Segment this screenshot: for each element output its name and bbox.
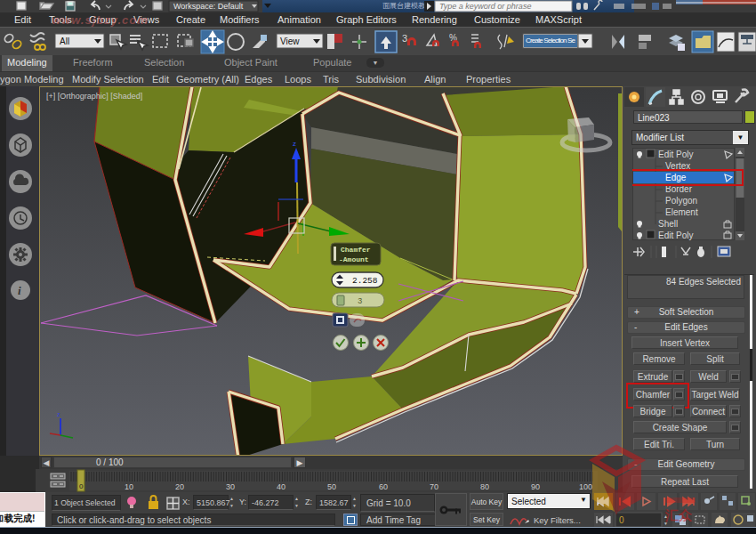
svg-text:Chamfer: Chamfer <box>341 246 371 254</box>
svg-text:All: All <box>60 36 69 46</box>
svg-text:-Amount: -Amount <box>339 255 369 263</box>
svg-text:Shell: Shell <box>658 219 678 229</box>
svg-text:Edit Poly: Edit Poly <box>658 231 693 240</box>
svg-text:3: 3 <box>402 33 407 44</box>
svg-text:90: 90 <box>531 482 540 491</box>
svg-text:60: 60 <box>379 482 388 491</box>
svg-text:70: 70 <box>430 482 438 491</box>
svg-text:40: 40 <box>277 482 286 491</box>
svg-text:Create Selection Se: Create Selection Se <box>526 36 576 44</box>
svg-text:Polygon: Polygon <box>665 196 697 206</box>
svg-text:Element: Element <box>665 207 698 217</box>
svg-text:50: 50 <box>327 482 336 491</box>
svg-text:Edge: Edge <box>665 173 687 182</box>
svg-text:20: 20 <box>175 482 184 491</box>
svg-text:Key Filters...: Key Filters... <box>534 515 581 525</box>
svg-text:30: 30 <box>226 482 235 491</box>
svg-text:Type a keyword or phrase: Type a keyword or phrase <box>439 2 531 11</box>
svg-text:Workspace: Default: Workspace: Default <box>173 2 244 11</box>
svg-text:3: 3 <box>358 297 362 306</box>
svg-text:View: View <box>280 36 300 46</box>
svg-text:10: 10 <box>125 482 133 491</box>
svg-text:Edit Poly: Edit Poly <box>658 150 693 159</box>
svg-text:z: z <box>57 411 60 417</box>
svg-text:z: z <box>293 140 296 148</box>
svg-text:i: i <box>18 284 21 297</box>
svg-text:0: 0 <box>79 482 84 490</box>
svg-text:2.258: 2.258 <box>352 276 378 286</box>
svg-text:80: 80 <box>480 482 489 491</box>
svg-text:[+] [Orthographic] [Shaded]: [+] [Orthographic] [Shaded] <box>46 92 142 101</box>
svg-text:汇众: 汇众 <box>664 507 693 522</box>
